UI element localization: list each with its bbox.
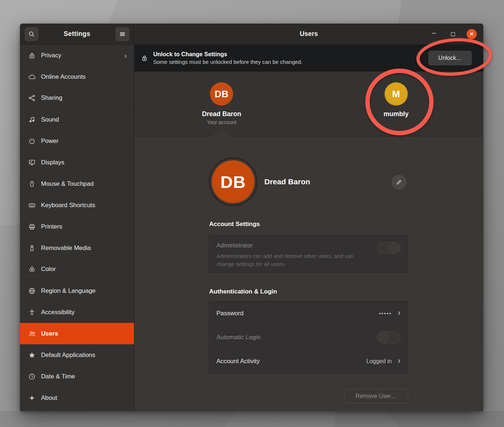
account-activity-value: Logged in bbox=[366, 358, 392, 365]
sidebar-item-label: Mouse & Touchpad bbox=[41, 180, 127, 188]
avatar: M bbox=[385, 82, 408, 106]
main-panel: Users – × Unlock to Change Settings Some… bbox=[134, 24, 483, 411]
sidebar-item-label: Date & Time bbox=[41, 373, 127, 380]
users-icon bbox=[28, 330, 36, 338]
access-icon bbox=[28, 308, 36, 316]
page-title: Users bbox=[300, 30, 318, 38]
sidebar-item-online-accounts[interactable]: Online Accounts › bbox=[20, 66, 134, 87]
sidebar-item-label: Power bbox=[41, 137, 127, 145]
unlock-text: Unlock to Change Settings Some settings … bbox=[153, 51, 428, 65]
lock-icon bbox=[141, 54, 148, 62]
password-label: Password bbox=[216, 310, 244, 317]
sidebar-item-removable-media[interactable]: Removable Media › bbox=[20, 237, 134, 259]
automatic-login-row: Automatic Login bbox=[209, 325, 408, 349]
close-icon: × bbox=[470, 30, 473, 38]
sidebar-item-date-time[interactable]: Date & Time › bbox=[20, 366, 134, 387]
sidebar-item-label: Sound bbox=[41, 116, 127, 123]
music-icon bbox=[28, 116, 36, 124]
auth-login-heading: Authentication & Login bbox=[209, 288, 277, 295]
mouse-icon bbox=[28, 180, 36, 188]
toggle-knob bbox=[389, 242, 401, 254]
sidebar-list: Privacy › Online Accounts › Sharing › So… bbox=[20, 45, 134, 411]
sidebar-item-mouse-touchpad[interactable]: Mouse & Touchpad › bbox=[20, 173, 134, 194]
search-icon bbox=[28, 30, 35, 38]
chevron-right-icon: › bbox=[398, 356, 401, 365]
account-activity-row[interactable]: Account Activity Logged in › bbox=[209, 349, 408, 373]
carousel-user-mumbly[interactable]: M mumbly bbox=[309, 71, 484, 136]
administrator-label: Administrator bbox=[216, 242, 365, 249]
sidebar-item-keyboard-shortcuts[interactable]: Keyboard Shortcuts › bbox=[20, 194, 134, 216]
sidebar-item-region-language[interactable]: Region & Language › bbox=[20, 280, 134, 301]
administrator-card: Administrator Administrators can add and… bbox=[209, 235, 408, 273]
power-icon bbox=[28, 137, 36, 145]
color-icon bbox=[28, 265, 36, 273]
password-dots: ••••• bbox=[379, 311, 392, 316]
user-name: Dread Baron bbox=[202, 110, 241, 118]
close-button[interactable]: × bbox=[467, 29, 477, 39]
sidebar-item-label: About bbox=[41, 394, 127, 402]
sidebar-item-power[interactable]: Power › bbox=[20, 130, 134, 152]
share-icon bbox=[28, 94, 36, 102]
unlock-infobar: Unlock to Change Settings Some settings … bbox=[134, 45, 483, 71]
sidebar-item-about[interactable]: About › bbox=[20, 387, 134, 408]
printer-icon bbox=[28, 223, 36, 231]
sidebar-item-users[interactable]: Users › bbox=[20, 323, 134, 344]
window-controls: – × bbox=[429, 24, 477, 45]
carousel-user-dread-baron[interactable]: DB Dread Baron Your account bbox=[134, 71, 309, 136]
unlock-subtitle: Some settings must be unlocked before th… bbox=[153, 59, 428, 65]
sidebar-item-label: Users bbox=[41, 330, 127, 337]
administrator-text: Administrator Administrators can add and… bbox=[216, 242, 365, 268]
unlock-title: Unlock to Change Settings bbox=[153, 51, 428, 58]
user-detail-panel: DB Dread Baron Account Settings Administ… bbox=[134, 136, 483, 411]
remove-user-button: Remove User… bbox=[344, 389, 408, 403]
sidebar-item-label: Printers bbox=[41, 223, 127, 230]
sparkle-icon bbox=[28, 394, 36, 402]
profile-avatar: DB bbox=[212, 160, 255, 203]
sidebar-item-label: Displays bbox=[41, 159, 127, 166]
rename-button[interactable] bbox=[392, 175, 406, 189]
star-icon bbox=[28, 351, 36, 359]
sidebar-item-label: Region & Language bbox=[41, 287, 127, 295]
minimize-button[interactable]: – bbox=[429, 29, 439, 39]
account-settings-heading: Account Settings bbox=[209, 221, 260, 228]
sidebar-item-label: Privacy bbox=[41, 52, 124, 59]
search-button[interactable] bbox=[25, 27, 38, 41]
sidebar-item-privacy[interactable]: Privacy › bbox=[20, 45, 134, 66]
user-carousel: DB Dread Baron Your account M mumbly bbox=[134, 71, 483, 136]
sidebar-item-color[interactable]: Color › bbox=[20, 259, 134, 280]
sidebar-item-displays[interactable]: Displays › bbox=[20, 152, 134, 173]
sidebar-item-sound[interactable]: Sound › bbox=[20, 109, 134, 130]
auth-login-card: Password ••••• › Automatic Login Account… bbox=[209, 301, 408, 374]
sidebar-item-label: Sharing bbox=[41, 94, 127, 102]
profile-avatar-button[interactable]: DB bbox=[209, 157, 257, 206]
sidebar-item-default-applications[interactable]: Default Applications › bbox=[20, 344, 134, 366]
display-icon bbox=[28, 159, 36, 167]
sidebar-item-printers[interactable]: Printers › bbox=[20, 216, 134, 237]
chevron-right-icon: › bbox=[398, 308, 401, 317]
sidebar-item-label: Keyboard Shortcuts bbox=[41, 202, 127, 209]
clock-icon bbox=[28, 373, 36, 381]
user-name: mumbly bbox=[383, 110, 409, 118]
headerbar: Users – × bbox=[134, 24, 483, 45]
desktop-shape bbox=[0, 411, 504, 427]
user-subtitle: Your account bbox=[207, 119, 236, 125]
unlock-button[interactable]: Unlock… bbox=[428, 51, 472, 65]
sidebar-item-label: Color bbox=[41, 266, 127, 273]
account-activity-label: Account Activity bbox=[216, 358, 260, 365]
pencil-icon bbox=[396, 179, 402, 185]
password-row[interactable]: Password ••••• › bbox=[209, 301, 408, 325]
sidebar-item-sharing[interactable]: Sharing › bbox=[20, 87, 134, 109]
globe-icon bbox=[28, 287, 36, 295]
maximize-button[interactable] bbox=[448, 29, 458, 39]
usb-icon bbox=[28, 244, 36, 252]
sidebar-item-accessibility[interactable]: Accessibility › bbox=[20, 301, 134, 323]
sidebar-header: Settings bbox=[20, 24, 134, 45]
menu-button[interactable] bbox=[115, 27, 129, 41]
sidebar: Settings Privacy › Online Accounts › Sha… bbox=[20, 24, 134, 411]
cloud-icon bbox=[28, 73, 36, 81]
lock-icon bbox=[28, 52, 36, 59]
avatar: DB bbox=[210, 82, 233, 106]
maximize-icon bbox=[451, 32, 455, 36]
chevron-right-icon: › bbox=[124, 52, 127, 59]
automatic-login-label: Automatic Login bbox=[216, 334, 261, 341]
